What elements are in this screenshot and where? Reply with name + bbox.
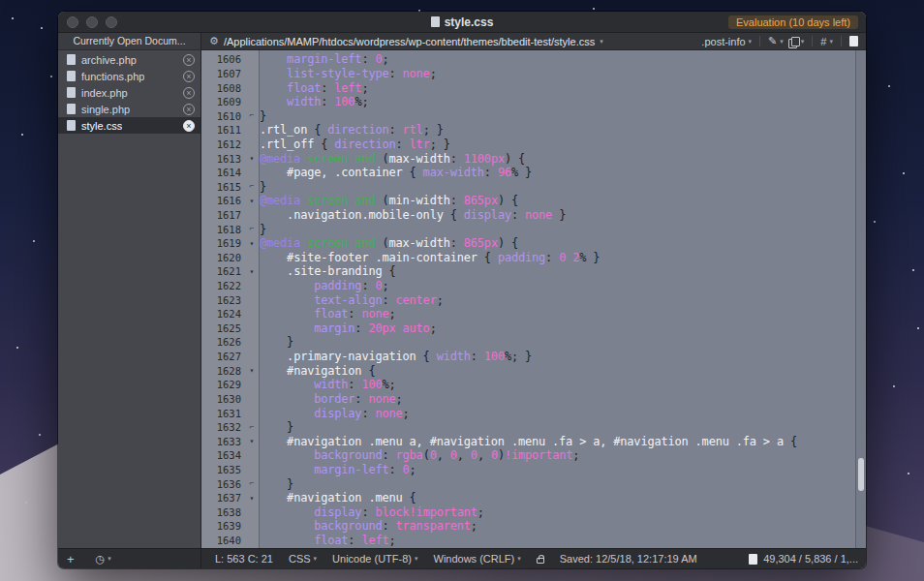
file-path[interactable]: /Applications/MAMP/htdocs/wordpress/wp-c… (224, 36, 595, 47)
content-area: archive.php×functions.php×index.php×sing… (58, 50, 866, 548)
code-line[interactable]: 1616▾@media screen and (min-width: 865px… (201, 194, 866, 208)
sidebar-item-functions-php[interactable]: functions.php× (58, 68, 200, 84)
fold-open-icon[interactable]: ▾ (244, 494, 260, 503)
fold-end-icon[interactable]: ⌐ (244, 479, 260, 488)
code-line[interactable]: 1630 border: none; (201, 392, 866, 407)
sidebar-item-archive-php[interactable]: archive.php× (58, 51, 200, 68)
close-icon[interactable]: × (183, 104, 195, 115)
code-line[interactable]: 1640 float: left; (201, 534, 866, 548)
code-line[interactable]: 1613▾@media screen and (max-width: 1100p… (201, 151, 866, 166)
document-icon (67, 71, 76, 81)
close-icon[interactable]: × (183, 71, 195, 82)
code-line[interactable]: 1607 list-style-type: none; (201, 67, 866, 81)
code-line[interactable]: 1606 margin-left: 0; (201, 52, 866, 67)
fold-open-icon[interactable]: ▾ (244, 239, 260, 248)
encoding-menu[interactable]: Unicode (UTF-8) ▾ (332, 553, 417, 565)
sidebar-item-index-php[interactable]: index.php× (58, 84, 200, 101)
code-line[interactable]: 1614 #page, .container { max-width: 96% … (201, 166, 866, 180)
code-line[interactable]: 1637▾ #navigation .menu { (201, 491, 866, 505)
close-icon[interactable]: × (183, 54, 195, 66)
fold-open-icon[interactable]: ▾ (244, 267, 260, 276)
lock-icon[interactable] (537, 558, 544, 564)
code-line[interactable]: 1620 #site-footer .main-container { padd… (201, 251, 866, 265)
code-text: } (260, 109, 266, 123)
fold-open-icon[interactable]: ▾ (244, 437, 260, 445)
post-info-menu[interactable]: .post-info ▾ (701, 36, 752, 47)
code-line[interactable]: 1619▾@media screen and (max-width: 865px… (201, 236, 866, 251)
code-line[interactable]: 1617 .navigation.mobile-only { display: … (201, 208, 866, 223)
markers-menu[interactable]: # ▾ (820, 36, 833, 47)
sidebar-footer: + ◷ ▾ (58, 549, 201, 568)
code-text: float: none; (260, 307, 396, 321)
language-menu[interactable]: CSS ▾ (289, 553, 317, 565)
code-line[interactable]: 1625 margin: 20px auto; (201, 321, 866, 336)
code-text: @media screen and (min-width: 865px) { (260, 194, 518, 207)
code-line[interactable]: 1632⌐ } (201, 420, 866, 435)
chevron-down-icon: ▾ (829, 38, 833, 46)
sidebar-item-style-css[interactable]: style.css× (58, 117, 200, 134)
code-text: text-align: center; (260, 293, 444, 307)
code-area: 1606 margin-left: 0;1607 list-style-type… (201, 50, 866, 547)
code-line[interactable]: 1611.rtl_on { direction: rtl; } (201, 123, 866, 138)
code-line[interactable]: 1631 display: none; (201, 406, 866, 420)
code-line[interactable]: 1608 float: left; (201, 80, 866, 95)
code-line[interactable]: 1624 float: none; (201, 307, 866, 321)
code-line[interactable]: 1636⌐ } (201, 476, 866, 491)
zoom-window-button[interactable] (106, 16, 117, 28)
code-line[interactable]: 1639 background: transparent; (201, 519, 866, 534)
code-line[interactable]: 1623 text-align: center; (201, 292, 866, 307)
code-line[interactable]: 1628▾ #navigation { (201, 363, 866, 378)
sidebar-header-menu[interactable]: Currently Open Docum... (58, 33, 201, 50)
code-line[interactable]: 1629 width: 100%; (201, 378, 866, 392)
evaluation-badge: Evaluation (10 days left) (728, 15, 858, 29)
document-icon (749, 554, 757, 565)
code-line[interactable]: 1626 } (201, 335, 866, 350)
code-editor[interactable]: 1606 margin-left: 0;1607 list-style-type… (201, 50, 866, 548)
documents-menu[interactable]: ▾ (788, 37, 805, 46)
fold-end-icon[interactable]: ⌐ (244, 225, 260, 233)
language-label: CSS (289, 553, 311, 565)
code-line[interactable]: 1610⌐} (201, 108, 866, 123)
line-number: 1621 (201, 265, 244, 277)
code-line[interactable]: 1638 display: block!important; (201, 505, 866, 520)
line-number: 1634 (201, 449, 244, 461)
fold-end-icon[interactable]: ⌐ (244, 423, 260, 432)
fold-open-icon[interactable]: ▾ (244, 197, 260, 205)
encoding-label: Unicode (UTF-8) (332, 553, 412, 565)
recent-documents-menu[interactable]: ◷ ▾ (96, 553, 111, 566)
fold-end-icon[interactable]: ⌐ (244, 182, 260, 191)
code-line[interactable]: 1612.rtl_off { direction: ltr; } (201, 138, 866, 152)
gear-icon[interactable]: ⚙ (209, 35, 219, 47)
chevron-down-icon: ▾ (749, 38, 753, 46)
minimize-window-button[interactable] (86, 16, 98, 28)
code-line[interactable]: 1615⌐} (201, 179, 866, 194)
fold-open-icon[interactable]: ▾ (244, 366, 260, 375)
top-bar: Currently Open Docum... ⚙ /Applications/… (58, 33, 866, 50)
scrollbar-thumb[interactable] (858, 458, 864, 491)
document-icon[interactable] (849, 36, 858, 46)
close-icon[interactable]: × (183, 120, 195, 132)
code-text: } (260, 335, 293, 349)
fold-end-icon[interactable]: ⌐ (244, 111, 260, 120)
line-ending-menu[interactable]: Windows (CRLF) ▾ (434, 553, 521, 565)
pencil-icon: ✎ (768, 35, 777, 47)
sidebar-item-single-php[interactable]: single.php× (58, 101, 200, 117)
vertical-scrollbar[interactable] (855, 50, 866, 548)
fold-open-icon[interactable]: ▾ (244, 154, 260, 163)
code-line[interactable]: 1609 width: 100%; (201, 95, 866, 109)
close-window-button[interactable] (67, 16, 78, 28)
close-icon[interactable]: × (183, 87, 195, 99)
bbedit-window: style.css Evaluation (10 days left) Curr… (58, 12, 866, 568)
code-line[interactable]: 1618⌐} (201, 222, 866, 236)
code-line[interactable]: 1635 margin-left: 0; (201, 463, 866, 477)
code-line[interactable]: 1621▾ .site-branding { (201, 264, 866, 279)
chevron-down-icon: ▾ (415, 555, 418, 563)
pencil-menu[interactable]: ✎ ▾ (768, 35, 784, 47)
line-number: 1606 (201, 53, 244, 65)
code-line[interactable]: 1633▾ #navigation .menu a, #navigation .… (201, 434, 866, 448)
code-line[interactable]: 1627 .primary-navigation { width: 100%; … (201, 350, 866, 364)
code-line[interactable]: 1622 padding: 0; (201, 279, 866, 293)
code-line[interactable]: 1634 background: rgba(0, 0, 0, 0)!import… (201, 448, 866, 463)
add-document-button[interactable]: + (67, 552, 75, 566)
cursor-position[interactable]: L: 563 C: 21 (215, 553, 273, 565)
